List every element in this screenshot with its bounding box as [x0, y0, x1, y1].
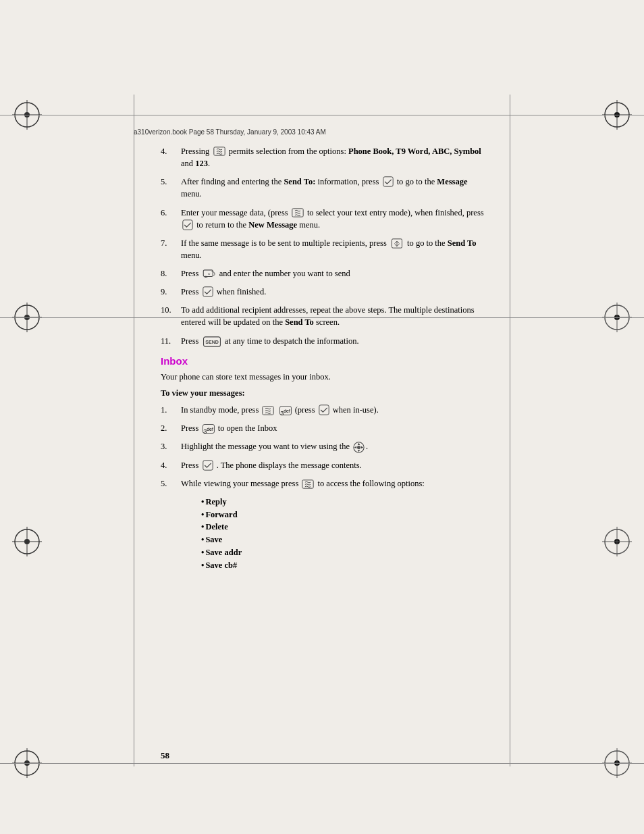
- item-5-text: After finding and entering the Send To: …: [181, 176, 490, 200]
- inbox-2-3key: 3def: [203, 424, 215, 434]
- inbox-item-3: 3. Highlight the message you want to vie…: [161, 440, 490, 453]
- list-item-10: 10. To add additional recipient addresse…: [161, 304, 490, 328]
- item-5-num: 5.: [161, 176, 181, 200]
- item-6-num: 6.: [161, 207, 181, 231]
- reg-mark-bmr: [602, 527, 632, 556]
- list-item-4: 4. Pressing permits selection from the o…: [161, 145, 490, 170]
- inbox-3-text: Highlight the message you want to view u…: [181, 440, 490, 453]
- page: a310verizon.book Page 58 Thursday, Janua…: [0, 0, 644, 834]
- svg-marker-48: [358, 450, 360, 452]
- bullet-save: Save: [201, 533, 490, 546]
- svg-rect-33: [383, 177, 392, 186]
- item-11-num: 11.: [161, 335, 181, 347]
- item-4-num: 4.: [161, 145, 181, 170]
- crop-line-left: [134, 95, 134, 766]
- list-item-9: 9. Press when finished.: [161, 286, 490, 298]
- ok-icon-5: [383, 176, 394, 187]
- inbox-2-text: Press 3def to open the Inbox: [181, 422, 490, 434]
- item-9-num: 9.: [161, 286, 181, 298]
- menu-icon-i1: [262, 406, 274, 415]
- item-9-text: Press when finished.: [181, 286, 490, 298]
- page-number: 58: [161, 750, 169, 761]
- inbox-1-3key: 3def: [279, 406, 292, 415]
- svg-rect-44: [319, 405, 328, 415]
- item-4-text: Pressing permits selection from the opti…: [181, 145, 490, 170]
- bullet-forward: Forward: [201, 509, 490, 521]
- bullet-list: Reply Forward Delete Save Save addr Save…: [201, 496, 490, 572]
- bullet-save-cb: Save cb#: [201, 559, 490, 572]
- inbox-5-num: 5.: [161, 477, 181, 490]
- svg-rect-40: [203, 287, 212, 296]
- ok-icon-9: [203, 286, 213, 297]
- item-8-num: 8.: [161, 267, 181, 280]
- inbox-5-text: While viewing your message press to acce…: [181, 477, 490, 490]
- inbox-heading: Inbox: [161, 355, 490, 367]
- item-7-num: 7.: [161, 237, 181, 261]
- crop-line-right: [510, 95, 510, 766]
- svg-point-46: [357, 446, 360, 449]
- inbox-4-text: Press . The phone displays the message c…: [181, 459, 490, 471]
- header-text: a310verizon.book Page 58 Thursday, Janua…: [134, 128, 326, 136]
- inbox-1-num: 1.: [161, 404, 181, 416]
- ok-icon-i1: [319, 405, 329, 415]
- bullet-delete: Delete: [201, 521, 490, 533]
- inbox-subheading: To view your messages:: [161, 388, 490, 398]
- send-icon-11: SEND: [203, 336, 221, 347]
- menu-icon: [213, 147, 225, 156]
- svg-rect-35: [183, 220, 192, 230]
- inbox-2-num: 2.: [161, 422, 181, 434]
- nav-icon-i3: [353, 442, 365, 453]
- list-item-11: 11. Press SEND at any time to despatch t…: [161, 335, 490, 347]
- svg-text:SEND: SEND: [205, 339, 219, 344]
- inbox-3-num: 3.: [161, 440, 181, 453]
- item-11-text: Press SEND at any time to despatch the i…: [181, 335, 490, 347]
- item-10-num: 10.: [161, 304, 181, 328]
- inbox-4-num: 4.: [161, 459, 181, 471]
- main-content: 4. Pressing permits selection from the o…: [161, 145, 490, 571]
- nav-icon-7: [390, 238, 404, 249]
- menu-icon-i5: [302, 479, 314, 489]
- bullet-reply: Reply: [201, 496, 490, 509]
- list-item-5: 5. After finding and entering the Send T…: [161, 176, 490, 200]
- menu-icon-6: [292, 208, 304, 217]
- svg-text:c: c: [208, 271, 210, 276]
- svg-marker-50: [361, 446, 363, 448]
- msg-icon-8: c: [203, 269, 216, 279]
- list-item-8: 8. Press c and enter the number you want…: [161, 267, 490, 280]
- item-10-text: To add additional recipient addresses, r…: [181, 304, 490, 328]
- inbox-1-text: In standby mode, press 3def (press when …: [181, 404, 490, 416]
- inbox-item-1: 1. In standby mode, press 3def (press: [161, 404, 490, 416]
- list-item-6: 6. Enter your message data, (press to se…: [161, 207, 490, 231]
- item-8-text: Press c and enter the number you want to…: [181, 267, 490, 280]
- bullet-save-addr: Save addr: [201, 546, 490, 559]
- inbox-section: Inbox Your phone can store text messages…: [161, 355, 490, 572]
- inbox-intro: Your phone can store text messages in yo…: [161, 371, 490, 383]
- svg-rect-51: [203, 461, 212, 470]
- item-6-text: Enter your message data, (press to selec…: [181, 207, 490, 231]
- crop-line-top: [0, 115, 644, 115]
- inbox-item-2: 2. Press 3def to open the Inbox: [161, 422, 490, 434]
- inbox-item-4: 4. Press . The phone displays the messag…: [161, 459, 490, 471]
- crop-line-bot: [0, 763, 644, 764]
- reg-mark-bml: [12, 527, 42, 556]
- svg-marker-47: [358, 442, 360, 444]
- inbox-item-5: 5. While viewing your message press to a…: [161, 477, 490, 490]
- ok-icon-i4: [203, 460, 213, 471]
- item-7-text: If the same message is to be sent to mul…: [181, 237, 490, 261]
- svg-marker-49: [354, 446, 356, 448]
- page-header: a310verizon.book Page 58 Thursday, Janua…: [134, 128, 510, 136]
- ok-icon-6: [182, 219, 193, 230]
- list-item-7: 7. If the same message is to be sent to …: [161, 237, 490, 261]
